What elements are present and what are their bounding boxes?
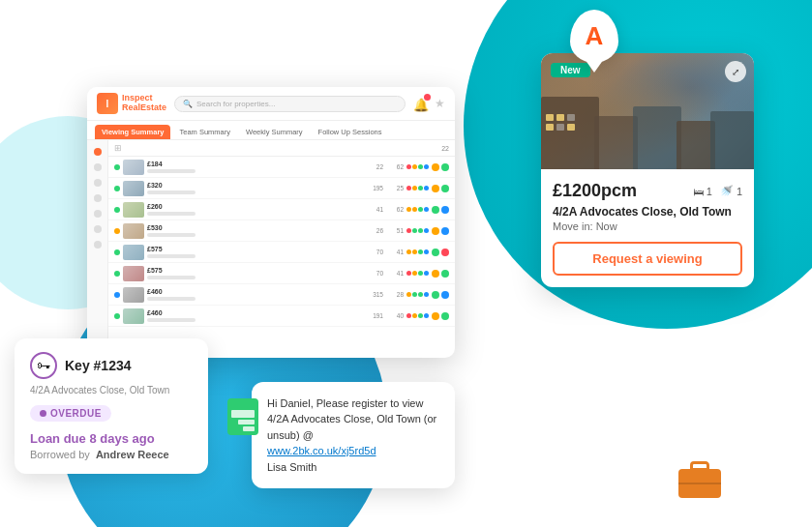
sidebar-item-1[interactable]: [94, 148, 102, 156]
notification-bell[interactable]: 🔔: [413, 96, 429, 111]
a-logo-letter: A: [586, 21, 604, 51]
expand-button[interactable]: ⤢: [725, 61, 746, 82]
header-icons: 🔔 ★: [413, 96, 445, 111]
logo-icon: I: [97, 93, 118, 114]
app-body: ⊞ 22 £184 22 62: [87, 140, 455, 357]
sort-icon: ⊞: [114, 143, 122, 153]
bath-count: 1: [737, 186, 742, 197]
doc-chart-icon: [227, 398, 258, 435]
movein-value: Now: [596, 220, 617, 232]
doc-bar-2: [238, 420, 255, 425]
search-bar[interactable]: 🔍 Search for properties...: [174, 96, 406, 112]
briefcase-icon: [678, 461, 725, 498]
tab-viewing-summary[interactable]: Viewing Summary: [95, 125, 170, 139]
table-header: ⊞ 22: [108, 140, 455, 157]
key-icon-wrap: 🗝: [30, 352, 57, 379]
doc-body: [227, 398, 258, 435]
key-card: 🗝 Key #1234 4/2A Advocates Close, Old To…: [15, 338, 208, 474]
sms-text-content: Hi Daniel, Please register to view 4/2A …: [267, 397, 436, 441]
app-content: ⊞ 22 £184 22 62: [108, 140, 455, 357]
logo-name1: Inspect: [122, 93, 153, 102]
sms-card: Hi Daniel, Please register to view 4/2A …: [252, 382, 455, 489]
baths-amenity: 🚿 1: [720, 185, 742, 197]
property-image: New ⤢: [541, 53, 754, 169]
sidebar-item-6[interactable]: [94, 225, 102, 233]
loan-due-text: Loan due 8 days ago: [30, 431, 193, 446]
col-count: 22: [441, 145, 449, 152]
app-header: I Inspect RealEstate 🔍 Search for proper…: [87, 87, 455, 121]
tab-followup[interactable]: Follow Up Sessions: [312, 125, 389, 139]
borrowed-label: Borrowed by: [30, 449, 90, 460]
app-tabs: Viewing Summary Team Summary Weekly Summ…: [87, 121, 455, 140]
table-row[interactable]: £320 195 25: [108, 178, 455, 199]
app-logo: I Inspect RealEstate: [97, 93, 166, 114]
search-placeholder: Search for properties...: [196, 100, 275, 108]
property-address: 4/2A Advocates Close, Old Town: [553, 205, 742, 219]
sms-sender: Lisa Smith: [267, 461, 316, 473]
key-header: 🗝 Key #1234: [30, 352, 193, 379]
app-sidebar: [87, 140, 108, 357]
key-address: 4/2A Advocates Close, Old Town: [30, 385, 193, 395]
key-title: Key #1234: [65, 358, 132, 373]
overdue-dot: [40, 410, 46, 417]
table-rows: £184 22 62: [108, 157, 455, 357]
request-viewing-button[interactable]: Request a viewing: [553, 242, 742, 276]
star-icon: ★: [435, 97, 445, 110]
bath-icon: 🚿: [720, 185, 734, 197]
logo-name2: RealEstate: [122, 102, 166, 112]
sidebar-item-7[interactable]: [94, 241, 102, 249]
notification-badge: [424, 94, 431, 101]
tab-weekly-summary[interactable]: Weekly Summary: [239, 125, 310, 139]
table-row[interactable]: £460 191 40: [108, 306, 455, 327]
table-row[interactable]: £460 315 28: [108, 284, 455, 306]
search-icon: 🔍: [183, 100, 193, 108]
property-card-body: £1200pcm 🛏 1 🚿 1 4/2A Advocates Close, O…: [541, 169, 754, 287]
overdue-label: OVERDUE: [50, 408, 102, 419]
borrowed-name: Andrew Reece: [96, 449, 169, 460]
movein-info: Move in: Now: [553, 220, 742, 232]
property-card: New ⤢ £1200pcm 🛏 1 🚿 1 4/2A Advocates Cl…: [541, 53, 754, 287]
table-row[interactable]: £575 70 41: [108, 242, 455, 263]
sms-message: Hi Daniel, Please register to view 4/2A …: [267, 395, 439, 476]
table-row[interactable]: £184 22 62: [108, 157, 455, 178]
briefcase-body: [678, 469, 721, 498]
sidebar-item-5[interactable]: [94, 210, 102, 218]
key-icon: 🗝: [37, 358, 50, 373]
borrowed-by: Borrowed by Andrew Reece: [30, 449, 193, 460]
logo-text: Inspect RealEstate: [122, 94, 166, 113]
sidebar-item-2[interactable]: [94, 163, 102, 171]
bed-icon: 🛏: [693, 186, 704, 197]
sidebar-item-4[interactable]: [94, 194, 102, 202]
beds-amenity: 🛏 1: [693, 185, 712, 197]
overdue-badge: OVERDUE: [30, 405, 111, 422]
price-row: £1200pcm 🛏 1 🚿 1: [553, 181, 742, 201]
amenities: 🛏 1 🚿 1: [693, 185, 742, 197]
table-row[interactable]: £260 41 62: [108, 199, 455, 220]
a-logo-pin: A: [570, 10, 618, 68]
table-row[interactable]: £530 26 51: [108, 220, 455, 242]
briefcase-line: [678, 483, 721, 484]
sidebar-item-3[interactable]: [94, 179, 102, 187]
doc-bar-1: [231, 410, 255, 418]
bed-count: 1: [707, 186, 712, 197]
doc-bar-3: [243, 426, 255, 431]
tab-team-summary[interactable]: Team Summary: [172, 125, 237, 139]
table-row[interactable]: £575 70 41: [108, 263, 455, 284]
movein-label: Move in:: [553, 220, 593, 232]
app-window: I Inspect RealEstate 🔍 Search for proper…: [87, 87, 455, 358]
sms-link[interactable]: www.2bk.co.uk/xj5rd5d: [267, 445, 376, 456]
property-price: £1200pcm: [553, 181, 637, 201]
